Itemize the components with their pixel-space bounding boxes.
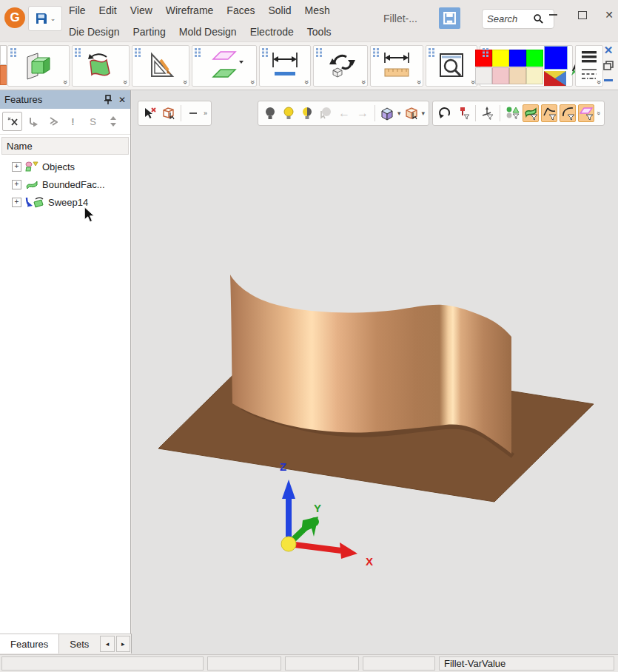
minimize-window-icon: [604, 79, 613, 81]
wireframe-view-button[interactable]: [403, 104, 420, 122]
chevron-more-icon: »: [303, 80, 310, 84]
menu-solid[interactable]: Solid: [261, 3, 298, 18]
document-title: Fillet-...: [383, 13, 417, 24]
toolbar-restore-button[interactable]: [602, 58, 615, 72]
save-document-button[interactable]: [439, 7, 460, 29]
menu-tools[interactable]: Tools: [300, 24, 338, 39]
viewport-3d[interactable]: Z Y X » ← →: [132, 90, 618, 654]
pin-filter-button[interactable]: [455, 104, 471, 122]
menu-view[interactable]: View: [124, 3, 159, 18]
minimize-button[interactable]: [543, 6, 562, 24]
double-chevron-icon: [49, 117, 58, 127]
rainbow-colors-icon[interactable]: [544, 71, 566, 86]
search-input[interactable]: [486, 13, 533, 25]
tab-sets[interactable]: Sets: [59, 634, 99, 653]
color-swatch-green[interactable]: [526, 50, 543, 67]
menu-faces[interactable]: Faces: [220, 3, 261, 18]
redo-circle-icon: [438, 107, 451, 120]
point-filter-button[interactable]: [480, 104, 496, 122]
extrude-box-button[interactable]: »: [7, 45, 70, 87]
linear-dimension-button[interactable]: »: [259, 45, 311, 87]
reorder-button[interactable]: [104, 112, 122, 130]
bulb-on-button[interactable]: [281, 104, 297, 122]
curve-filter-button[interactable]: [560, 104, 576, 122]
measure-button[interactable]: »: [370, 45, 423, 87]
expand-icon[interactable]: +: [12, 162, 21, 172]
deselect-button[interactable]: [142, 104, 158, 122]
sweep-surface-icon: [84, 51, 117, 81]
selected-color-swatch[interactable]: [544, 46, 568, 70]
menu-edit[interactable]: Edit: [93, 3, 124, 18]
pin-filter-icon: [457, 107, 470, 120]
plane-filter-button[interactable]: [578, 104, 594, 122]
color-swatch-cream[interactable]: [526, 67, 543, 84]
line-style-button[interactable]: »: [575, 45, 603, 87]
regen-skip-button[interactable]: [44, 112, 62, 130]
tree-item-boundedface[interactable]: + BoundedFac...: [0, 175, 130, 193]
pin-icon[interactable]: [104, 95, 112, 104]
tab-scroll-left-button[interactable]: ◂: [100, 636, 114, 652]
suppress-button[interactable]: S: [84, 112, 102, 130]
datum-planes-button[interactable]: »: [192, 45, 257, 87]
tab-scroll-right-button[interactable]: ▸: [116, 636, 130, 652]
objects-icon: [25, 161, 38, 172]
curve-filter-icon: [561, 107, 575, 121]
bulb-pick-button[interactable]: [318, 104, 334, 122]
move-rotate-button[interactable]: »: [313, 45, 368, 87]
point-filter-icon: [481, 107, 494, 120]
chevron-more-icon: »: [415, 80, 423, 84]
close-button[interactable]: ✕: [599, 6, 618, 24]
inquire-button[interactable]: »: [426, 45, 477, 87]
next-view-button[interactable]: →: [355, 104, 371, 122]
expand-icon[interactable]: +: [12, 180, 21, 189]
error-flag-button[interactable]: !: [64, 112, 82, 130]
bulb-off-button[interactable]: [262, 104, 278, 122]
shaded-view-button[interactable]: [379, 104, 395, 122]
toolbar-minimize-button[interactable]: [602, 73, 615, 87]
tree-item-objects[interactable]: + Objects: [0, 158, 130, 175]
tab-features[interactable]: Features: [0, 634, 59, 653]
save-icon: [443, 11, 457, 25]
menu-parting[interactable]: Parting: [126, 24, 172, 39]
expand-icon[interactable]: +: [12, 198, 21, 207]
chevron-down-icon[interactable]: ▾: [397, 110, 401, 117]
color-swatch-tan[interactable]: [509, 67, 526, 84]
chevron-down-icon[interactable]: ▾: [422, 110, 426, 117]
prev-view-button[interactable]: ←: [336, 104, 352, 122]
clear-filter-button[interactable]: [2, 112, 22, 131]
menu-electrode[interactable]: Electrode: [243, 24, 300, 39]
goto-arrow-button[interactable]: [24, 112, 42, 130]
color-swatch-pink[interactable]: [492, 67, 509, 84]
chevron-more-icon: »: [249, 80, 256, 84]
maximize-button[interactable]: [573, 6, 592, 24]
sketch-button[interactable]: »: [132, 45, 189, 87]
menu-file[interactable]: File: [62, 3, 93, 18]
color-swatch-lightgray[interactable]: [475, 67, 492, 84]
sweep-surface-button[interactable]: »: [72, 45, 130, 87]
filter-toolbar: »: [432, 101, 605, 126]
sketch-icon: [144, 51, 177, 81]
menu-wireframe[interactable]: Wireframe: [159, 3, 221, 18]
quick-save-button[interactable]: ⌄: [28, 6, 62, 31]
tree-column-header[interactable]: Name: [1, 137, 129, 155]
face-filter-button[interactable]: [523, 104, 539, 122]
bulb-half-button[interactable]: [299, 104, 315, 122]
color-swatch-blue[interactable]: [509, 50, 526, 67]
shape-filter-button[interactable]: [504, 104, 520, 122]
tree-item-label: BoundedFac...: [42, 179, 105, 190]
menu-die-design[interactable]: Die Design: [62, 24, 126, 39]
menu-mesh[interactable]: Mesh: [298, 3, 337, 18]
redo-circle-button[interactable]: [437, 104, 453, 122]
tree-item-sweep14[interactable]: + Sweep14: [0, 193, 130, 211]
panel-close-icon[interactable]: ✕: [118, 95, 126, 105]
line-pick-button[interactable]: [185, 104, 201, 122]
grip-dots-icon: [429, 48, 434, 57]
datum-planes-icon: [204, 50, 244, 81]
clear-filter-icon: [7, 117, 18, 126]
pick-box-button[interactable]: [161, 104, 177, 122]
menu-mold-design[interactable]: Mold Design: [172, 24, 243, 39]
edge-filter-button[interactable]: [541, 104, 557, 122]
status-cell-4: [363, 656, 435, 671]
toolbar-close-button[interactable]: ✕: [602, 44, 615, 57]
color-swatch-yellow[interactable]: [492, 50, 509, 67]
